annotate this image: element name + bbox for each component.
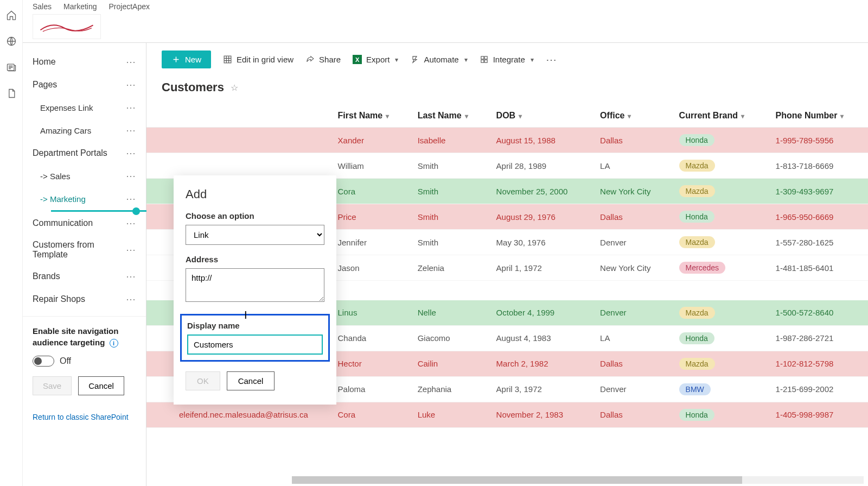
cell-first-name: Jason [330,255,410,281]
item-menu-icon[interactable]: ⋯ [126,79,136,91]
column-header[interactable]: DOB▾ [489,104,593,128]
cell-email: eleifend.nec.malesuada@atrisus.ca [146,402,330,427]
cell-brand: Mazda [672,351,768,376]
share-button[interactable]: Share [305,55,341,64]
item-menu-icon[interactable]: ⋯ [126,102,136,113]
more-button[interactable]: ⋯ [546,53,557,66]
display-name-label: Display name [187,321,323,330]
item-menu-icon[interactable]: ⋯ [126,244,136,256]
sidebar-item-label: -> Marketing [40,194,86,204]
sidebar-item[interactable]: Department Portals⋯ [23,142,146,165]
chevron-down-icon: ▾ [395,56,398,64]
cell-last-name: Zephania [410,376,489,402]
column-header[interactable]: Office▾ [592,104,672,128]
sidebar-item[interactable]: Brands⋯ [23,265,146,288]
sidebar-item[interactable]: -> Marketing⋯ [23,187,146,210]
cell-phone: 1-965-950-6669 [768,204,868,230]
horizontal-scrollbar[interactable] [292,476,864,484]
sidebar-item-label: Amazing Cars [40,126,91,135]
nav-targeting-toggle[interactable] [33,356,54,367]
sidebar-item[interactable]: Repair Shops⋯ [23,288,146,311]
brand-pill: Mazda [679,358,715,370]
cell-last-name: Smith [410,153,489,179]
dialog-cancel-button[interactable]: Cancel [227,371,275,390]
column-header[interactable]: Current Brand▾ [672,104,768,128]
info-icon[interactable]: i [110,339,118,348]
item-menu-icon[interactable]: ⋯ [126,293,136,305]
column-header[interactable]: Phone Number▾ [768,104,868,128]
sidebar-item-label: Customers from Template [33,240,126,260]
cell-brand: Mercedes [672,255,768,281]
sidebar-item[interactable]: Pages⋯ [23,73,146,96]
cell-office: LA [592,325,672,351]
choose-option-label: Choose an option [186,211,324,220]
home-icon[interactable] [6,10,17,21]
dialog-ok-button[interactable]: OK [186,371,220,390]
sidebar-item[interactable]: Amazing Cars⋯ [23,119,146,142]
cell-phone: 1-481-185-6401 [768,255,868,281]
breadcrumb-item[interactable]: Marketing [63,2,97,11]
sidebar-item-label: Repair Shops [33,294,85,304]
chevron-down-icon: ▾ [464,56,468,64]
breadcrumb-item[interactable]: ProjectApex [109,2,150,11]
address-label: Address [186,255,324,264]
integrate-button[interactable]: Integrate▾ [480,55,534,64]
edit-grid-button[interactable]: Edit in grid view [223,55,293,64]
item-menu-icon[interactable]: ⋯ [126,193,136,205]
automate-button[interactable]: Automate▾ [410,55,467,64]
chevron-down-icon: ▾ [386,112,389,120]
globe-icon[interactable] [6,36,17,47]
column-header[interactable]: First Name▾ [330,104,410,128]
brand-pill: BMW [679,383,711,395]
brand-pill: Mercedes [679,262,725,274]
cell-phone: 1-405-998-9987 [768,402,868,427]
item-menu-icon[interactable]: ⋯ [126,147,136,159]
return-classic-link[interactable]: Return to classic SharePoint [23,404,146,430]
news-icon[interactable] [6,62,17,73]
breadcrumb: Sales Marketing ProjectApex [33,2,858,11]
item-menu-icon[interactable]: ⋯ [126,124,136,136]
table-row[interactable]: Xander Isabelle August 15, 1988 Dallas H… [146,128,868,153]
toggle-state: Off [60,356,71,366]
item-menu-icon[interactable]: ⋯ [126,217,136,229]
cell-first-name: Jennifer [330,230,410,255]
brand-pill: Mazda [679,160,715,172]
brand-pill: Honda [679,332,714,344]
export-button[interactable]: X Export▾ [353,55,398,64]
item-menu-icon[interactable]: ⋯ [126,56,136,68]
cell-dob: August 15, 1988 [489,128,593,153]
cell-office: Dallas [592,128,672,153]
new-button[interactable]: New [162,51,211,68]
cell-first-name: William [330,153,410,179]
cell-email [146,153,330,179]
brand-pill: Honda [679,409,714,421]
breadcrumb-item[interactable]: Sales [33,2,52,11]
cell-office: New York City [592,179,672,204]
nav-cancel-button[interactable]: Cancel [78,376,124,395]
column-header[interactable]: Last Name▾ [410,104,489,128]
display-name-input[interactable] [187,334,323,355]
nav-save-button[interactable]: Save [33,376,72,395]
svg-rect-3 [481,56,484,59]
cell-first-name: Linus [330,300,410,326]
doc-icon[interactable] [6,88,17,99]
sidebar-item[interactable]: Communication⋯ [23,212,146,235]
item-menu-icon[interactable]: ⋯ [126,270,136,282]
cell-office: New York City [592,255,672,281]
sidebar-item[interactable]: Home⋯ [23,51,146,73]
cell-dob: August 4, 1983 [489,325,593,351]
brand-pill: Mazda [679,236,715,248]
sidebar-item[interactable]: Expenses Link⋯ [23,96,146,119]
table-row[interactable]: William Smith April 28, 1989 LA Mazda 1-… [146,153,868,179]
item-menu-icon[interactable]: ⋯ [126,170,136,182]
sidebar-item[interactable]: -> Sales⋯ [23,165,146,187]
choose-option-select[interactable]: Link [186,225,324,245]
table-row[interactable]: eleifend.nec.malesuada@atrisus.ca Cora L… [146,402,868,427]
svg-rect-2 [224,56,231,63]
cell-phone: 1-309-493-9697 [768,179,868,204]
cell-last-name: Smith [410,204,489,230]
sidebar-item[interactable]: Customers from Template⋯ [23,235,146,265]
address-input[interactable]: http:// [186,268,324,302]
favorite-star-icon[interactable]: ☆ [231,83,238,93]
cell-first-name: Cora [330,179,410,204]
